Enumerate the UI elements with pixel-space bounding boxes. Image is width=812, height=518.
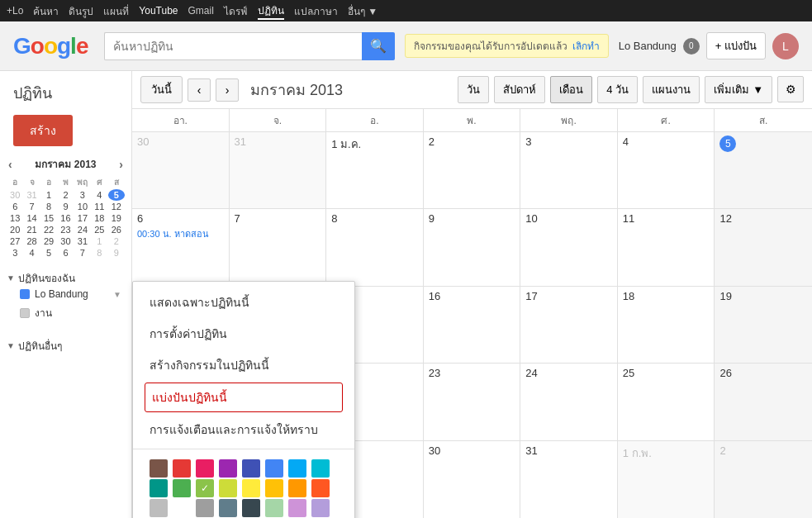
today-button[interactable]: วันนี้: [140, 76, 183, 103]
mini-cal-day[interactable]: 29: [40, 235, 57, 247]
calendar-cell[interactable]: 24: [520, 364, 618, 440]
view-4day-button[interactable]: 4 วัน: [597, 76, 638, 103]
mini-cal-day[interactable]: 1: [91, 235, 107, 247]
search-input[interactable]: [104, 32, 361, 60]
topbar-item-images[interactable]: ดินรูป: [69, 3, 93, 19]
calendar-item-lo-bandung[interactable]: Lo Bandung ▼: [7, 286, 125, 302]
share-button[interactable]: + แบ่งปัน: [706, 32, 766, 59]
calendar-cell[interactable]: 31: [230, 132, 327, 208]
calendar-cell[interactable]: 600:30 น. หาดสอน: [132, 209, 230, 285]
dropdown-item-show-only[interactable]: แสดงเฉพาะปฏิทินนี้: [133, 287, 354, 318]
view-month-button[interactable]: เดือน: [550, 76, 592, 103]
topbar-item-search[interactable]: ค้นหา: [33, 3, 59, 19]
my-calendars-header[interactable]: ▼ ปฏิทินของฉัน: [7, 270, 125, 286]
topbar-item-more[interactable]: อื่นๆ ▼: [348, 3, 378, 19]
search-button[interactable]: 🔍: [362, 32, 395, 60]
calendar-cell[interactable]: 30: [424, 441, 521, 518]
calendar-cell[interactable]: 7: [230, 209, 327, 285]
mini-cal-day[interactable]: 30: [7, 189, 23, 201]
color-swatch[interactable]: [265, 459, 283, 478]
color-swatch[interactable]: [173, 459, 191, 478]
mini-cal-day[interactable]: 10: [74, 201, 91, 212]
mini-cal-day[interactable]: 22: [40, 224, 57, 235]
calendar-cell[interactable]: 23: [424, 364, 521, 440]
color-swatch[interactable]: [288, 459, 306, 478]
mini-cal-day[interactable]: 27: [7, 235, 23, 247]
mini-cal-day[interactable]: 3: [7, 247, 23, 259]
mini-cal-day[interactable]: 4: [23, 247, 40, 259]
calendar-cell[interactable]: 16: [424, 287, 521, 363]
notifications-icon[interactable]: 0: [683, 38, 700, 55]
mini-cal-day[interactable]: 3: [74, 189, 91, 201]
mini-cal-day[interactable]: 30: [57, 235, 74, 247]
color-swatch[interactable]: [311, 479, 330, 497]
mini-cal-day[interactable]: 9: [57, 201, 74, 212]
prev-nav-button[interactable]: ‹: [188, 78, 211, 102]
color-swatch[interactable]: [150, 479, 168, 497]
calendar-cell[interactable]: 9: [424, 209, 521, 285]
mini-cal-day[interactable]: 12: [108, 201, 125, 212]
more-button[interactable]: เพิ่มเติม ▼: [705, 76, 772, 103]
mini-cal-day[interactable]: 25: [91, 224, 107, 235]
mini-cal-day[interactable]: 2: [108, 235, 125, 247]
dropdown-item-share[interactable]: แบ่งปันปฏิทินนี้: [145, 383, 343, 412]
mini-cal-day[interactable]: 21: [23, 224, 40, 235]
color-swatch[interactable]: [311, 459, 330, 478]
mini-cal-day[interactable]: 11: [91, 201, 107, 212]
color-swatch[interactable]: [219, 499, 237, 517]
calendar-cell[interactable]: 2: [424, 132, 521, 208]
topbar-item-maps[interactable]: แผนที่: [103, 3, 129, 19]
color-swatch[interactable]: [173, 499, 191, 517]
mini-cal-day[interactable]: 9: [108, 247, 125, 259]
color-swatch[interactable]: [288, 479, 306, 497]
dropdown-item-notifications[interactable]: การแจ้งเตือนและการแจ้งให้ทราบ: [133, 414, 354, 445]
dropdown-item-settings[interactable]: การตั้งค่าปฏิทิน: [133, 318, 354, 349]
mini-cal-prev[interactable]: ‹: [7, 158, 14, 171]
mini-cal-day[interactable]: 19: [108, 212, 125, 224]
color-swatch[interactable]: [242, 479, 260, 497]
calendar-cell[interactable]: 25: [618, 364, 715, 440]
notification-link[interactable]: เลิกทำ: [572, 38, 600, 54]
mini-cal-day[interactable]: 13: [7, 212, 23, 224]
other-calendars-header[interactable]: ▼ ปฏิทินอื่นๆ: [7, 338, 125, 354]
mini-cal-day[interactable]: 4: [91, 189, 107, 201]
calendar-cell[interactable]: 3: [520, 132, 618, 208]
view-schedule-button[interactable]: แผนงาน: [643, 76, 700, 103]
mini-cal-day[interactable]: 15: [40, 212, 57, 224]
color-swatch[interactable]: [196, 459, 214, 478]
color-swatch[interactable]: [196, 499, 214, 517]
mini-cal-day[interactable]: 6: [57, 247, 74, 259]
avatar[interactable]: L: [772, 33, 799, 59]
mini-cal-day[interactable]: 20: [7, 224, 23, 235]
mini-cal-day[interactable]: 7: [23, 201, 40, 212]
color-swatch[interactable]: [150, 459, 168, 478]
mini-cal-day[interactable]: 18: [91, 212, 107, 224]
topbar-item-plus[interactable]: +Lo: [7, 5, 23, 17]
calendar-cell[interactable]: 4: [618, 132, 715, 208]
calendar-event[interactable]: 00:30 น. หาดสอน: [137, 226, 224, 241]
color-swatch[interactable]: [242, 459, 260, 478]
next-nav-button[interactable]: ›: [216, 78, 239, 102]
topbar-item-calendar[interactable]: ปฏิทิน: [258, 2, 284, 20]
mini-cal-day[interactable]: 24: [74, 224, 91, 235]
color-swatch[interactable]: [265, 479, 283, 497]
mini-cal-day[interactable]: 17: [74, 212, 91, 224]
mini-cal-day[interactable]: 16: [57, 212, 74, 224]
mini-cal-day[interactable]: 6: [7, 201, 23, 212]
color-swatch[interactable]: [173, 479, 191, 497]
calendar-cell[interactable]: 30: [132, 132, 230, 208]
color-swatch[interactable]: [311, 499, 330, 517]
calendar-cell[interactable]: 18: [618, 287, 715, 363]
view-week-button[interactable]: สัปดาห์: [494, 76, 545, 103]
settings-button[interactable]: ⚙: [777, 76, 804, 102]
calendar-menu-arrow[interactable]: ▼: [113, 290, 121, 299]
topbar-item-youtube[interactable]: YouTube: [139, 5, 178, 17]
color-swatch[interactable]: [150, 499, 168, 517]
dropdown-item-create-event[interactable]: สร้างกิจกรรมในปฏิทินนี้: [133, 349, 354, 381]
calendar-cell[interactable]: 26: [715, 364, 812, 440]
topbar-item-drive[interactable]: ไดรฟ์: [224, 3, 248, 19]
mini-cal-day[interactable]: 2: [57, 189, 74, 201]
mini-cal-day[interactable]: 1: [40, 189, 57, 201]
mini-cal-day[interactable]: 5: [108, 189, 125, 201]
calendar-cell[interactable]: 10: [520, 209, 618, 285]
